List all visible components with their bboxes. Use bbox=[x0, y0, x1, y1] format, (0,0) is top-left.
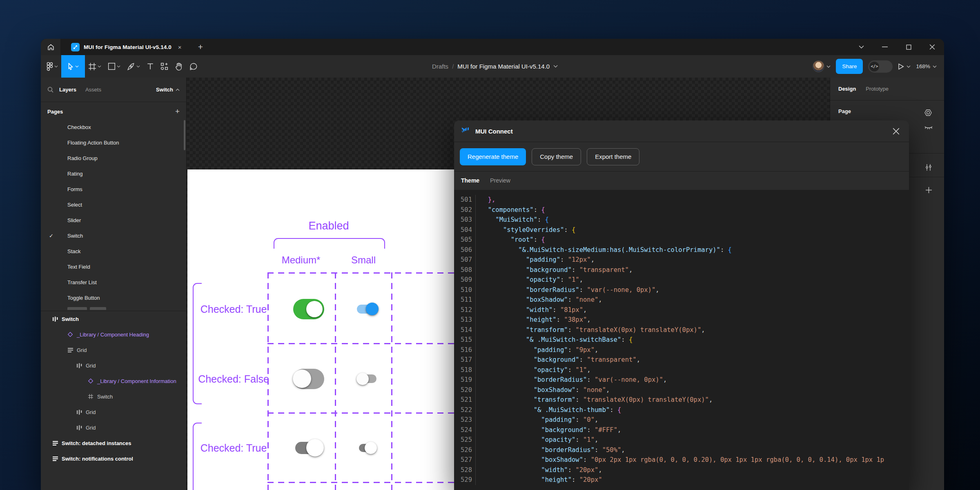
layer-item-grid[interactable]: Grid bbox=[41, 342, 186, 358]
breadcrumb-folder[interactable]: Drafts bbox=[432, 63, 448, 70]
page-item-radio-group[interactable]: Radio Group bbox=[41, 150, 186, 166]
page-item-rating[interactable]: Rating bbox=[41, 166, 186, 181]
page-item-transfer-list[interactable]: Transfer List bbox=[41, 274, 186, 290]
window-menu-chevron[interactable] bbox=[849, 39, 873, 55]
code-line-522[interactable]: 522 "& .MuiSwitch-thumb": { bbox=[454, 405, 909, 415]
page-item-toggle-button[interactable]: Toggle Button bbox=[41, 290, 186, 305]
layer-item--library-component-heading[interactable]: _Library / Component Heading bbox=[41, 327, 186, 342]
switch-small-row3-checked[interactable] bbox=[359, 443, 375, 452]
switch-medium-row1-checked[interactable] bbox=[293, 299, 324, 319]
switch-small-row2-unchecked[interactable] bbox=[358, 374, 376, 384]
code-line-504[interactable]: 504 "styleOverrides": { bbox=[454, 225, 909, 235]
layer-item-switch-detached-instances[interactable]: Switch: detached instances bbox=[41, 435, 186, 451]
page-item-text-field[interactable]: Text Field bbox=[41, 259, 186, 274]
code-line-509[interactable]: 509 "opacity": "1", bbox=[454, 275, 909, 285]
code-line-508[interactable]: 508 "background": "transparent", bbox=[454, 265, 909, 275]
adjust-sliders-icon[interactable] bbox=[923, 162, 934, 173]
zoom-chevron-icon[interactable] bbox=[933, 65, 937, 68]
new-tab-button[interactable]: + bbox=[198, 42, 203, 52]
code-line-525[interactable]: 525 "opacity": "1", bbox=[454, 435, 909, 445]
code-line-529[interactable]: 529 "height": "20px" bbox=[454, 475, 909, 485]
frame-tool-button[interactable] bbox=[85, 55, 105, 78]
code-line-501[interactable]: 501 }, bbox=[454, 195, 909, 205]
code-line-515[interactable]: 515 "& .MuiSwitch-switchBase": { bbox=[454, 335, 909, 345]
layer-item-switch-notifications-control[interactable]: Switch: notifications control bbox=[41, 451, 186, 466]
left-panel-scrollbar[interactable] bbox=[184, 120, 185, 150]
current-page-badge[interactable]: Switch bbox=[156, 87, 180, 93]
code-line-519[interactable]: 519 "borderRadius": "var(--none, 0px)", bbox=[454, 375, 909, 385]
layer-item-grid[interactable]: Grid bbox=[41, 420, 186, 435]
page-variables-icon[interactable] bbox=[923, 107, 934, 118]
page-item-select[interactable]: Select bbox=[41, 197, 186, 212]
tab-layers[interactable]: Layers bbox=[59, 87, 76, 93]
hidden-eye-icon[interactable] bbox=[923, 122, 934, 133]
code-line-511[interactable]: 511 "boxShadow": "none", bbox=[454, 295, 909, 305]
code-line-513[interactable]: 513 "height": "38px", bbox=[454, 315, 909, 325]
layer-item-grid[interactable]: Grid bbox=[41, 358, 186, 373]
code-line-505[interactable]: 505 "root": { bbox=[454, 235, 909, 245]
present-play-icon[interactable] bbox=[898, 63, 904, 70]
tab-prototype[interactable]: Prototype bbox=[866, 86, 889, 92]
layer-item-switch[interactable]: Switch bbox=[41, 389, 186, 404]
pen-tool-button[interactable] bbox=[124, 55, 143, 78]
clipped-page-item[interactable] bbox=[41, 305, 186, 310]
code-line-520[interactable]: 520 "boxShadow": "none", bbox=[454, 385, 909, 395]
switch-medium-row3-checked[interactable] bbox=[295, 441, 322, 455]
code-line-527[interactable]: 527 "boxShadow": "0px 2px 1px rgba(0, 0,… bbox=[454, 455, 909, 465]
search-icon[interactable] bbox=[47, 87, 53, 93]
tab-assets[interactable]: Assets bbox=[85, 87, 101, 93]
theme-code-editor[interactable]: 501 },502 "components": {503 "MuiSwitch"… bbox=[454, 190, 909, 490]
regenerate-theme-button[interactable]: Regenerate theme bbox=[460, 148, 526, 165]
page-item-slider[interactable]: Slider bbox=[41, 212, 186, 228]
code-line-507[interactable]: 507 "padding": "12px", bbox=[454, 255, 909, 265]
page-item-floating-action-button[interactable]: Floating Action Button bbox=[41, 135, 186, 150]
switch-small-row1-checked[interactable] bbox=[357, 303, 377, 315]
code-line-528[interactable]: 528 "width": "20px", bbox=[454, 465, 909, 475]
page-item-forms[interactable]: Forms bbox=[41, 181, 186, 197]
code-line-514[interactable]: 514 "transform": "translateX(0px) transl… bbox=[454, 325, 909, 335]
add-plus-icon[interactable] bbox=[923, 185, 934, 195]
file-tab[interactable]: MUI for Figma Material UI-v5.14.0 × bbox=[60, 39, 187, 55]
main-menu-button[interactable] bbox=[43, 55, 61, 78]
code-line-523[interactable]: 523 "padding": "0", bbox=[454, 415, 909, 425]
code-line-517[interactable]: 517 "background": "transparent", bbox=[454, 355, 909, 365]
share-button[interactable]: Share bbox=[836, 59, 863, 74]
switch-medium-row2-unchecked[interactable] bbox=[293, 369, 324, 389]
tab-design[interactable]: Design bbox=[838, 86, 856, 92]
tab-close-icon[interactable]: × bbox=[178, 44, 182, 51]
layer-item-switch[interactable]: Switch bbox=[41, 311, 186, 327]
avatar[interactable] bbox=[813, 60, 824, 72]
move-tool-button[interactable] bbox=[61, 55, 85, 78]
layer-item-grid[interactable]: Grid bbox=[41, 404, 186, 420]
shape-tool-button[interactable] bbox=[105, 55, 124, 78]
code-line-512[interactable]: 512 "width": "81px", bbox=[454, 305, 909, 315]
copy-theme-button[interactable]: Copy theme bbox=[532, 148, 581, 165]
breadcrumb-file-name[interactable]: MUI for Figma Material UI-v5.14.0 bbox=[457, 63, 550, 70]
code-line-502[interactable]: 502 "components": { bbox=[454, 205, 909, 215]
page-item-checkbox[interactable]: Checkbox bbox=[41, 119, 186, 135]
hand-tool-button[interactable] bbox=[172, 55, 186, 78]
tab-preview[interactable]: Preview bbox=[490, 177, 510, 184]
close-window-button[interactable] bbox=[920, 39, 944, 55]
page-item-stack[interactable]: Stack bbox=[41, 243, 186, 259]
code-line-510[interactable]: 510 "borderRadius": "var(--none, 0px)", bbox=[454, 285, 909, 295]
page-item-switch[interactable]: ✓Switch bbox=[41, 228, 186, 243]
layer-item--library-component-information[interactable]: _Library / Component Information bbox=[41, 373, 186, 389]
modal-close-icon[interactable] bbox=[890, 125, 902, 137]
export-theme-button[interactable]: Export theme bbox=[587, 148, 639, 165]
code-line-518[interactable]: 518 "opacity": "1", bbox=[454, 365, 909, 375]
minimize-button[interactable] bbox=[873, 39, 897, 55]
maximize-button[interactable] bbox=[897, 39, 920, 55]
present-chevron-icon[interactable] bbox=[906, 65, 911, 68]
zoom-level[interactable]: 168% bbox=[916, 63, 930, 69]
home-button[interactable] bbox=[41, 39, 60, 55]
dev-mode-toggle[interactable]: </> bbox=[868, 60, 893, 73]
text-tool-button[interactable] bbox=[143, 55, 157, 78]
code-line-506[interactable]: 506 "&.MuiSwitch-sizeMedium:has(.MuiSwit… bbox=[454, 245, 909, 255]
code-line-524[interactable]: 524 "background": "#FFF", bbox=[454, 425, 909, 435]
add-page-button[interactable]: + bbox=[175, 107, 180, 116]
actions-tool-button[interactable] bbox=[157, 55, 172, 78]
avatar-chevron-icon[interactable] bbox=[826, 65, 831, 68]
file-menu-chevron-icon[interactable] bbox=[553, 65, 558, 68]
code-line-503[interactable]: 503 "MuiSwitch": { bbox=[454, 215, 909, 225]
